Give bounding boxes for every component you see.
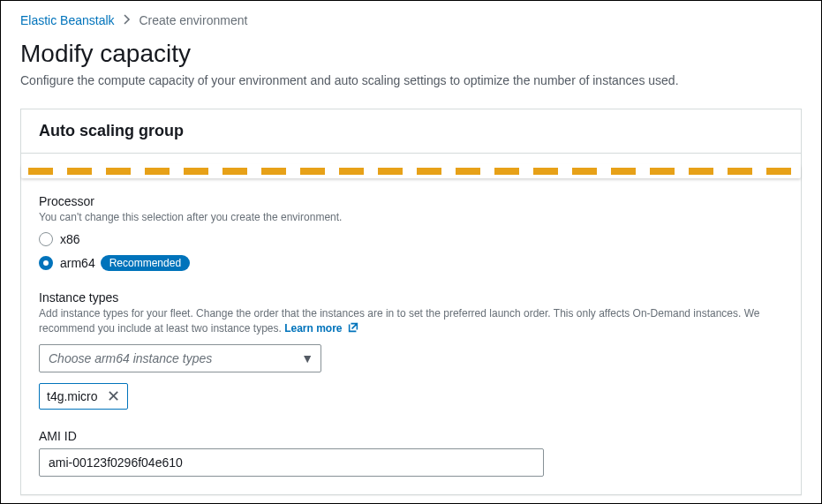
radio-icon-selected [39, 256, 53, 270]
learn-more-link[interactable]: Learn more [284, 322, 342, 335]
radio-icon [39, 232, 53, 246]
instance-types-hint: Add instance types for your fleet. Chang… [39, 306, 783, 338]
ami-id-field: AMI ID [39, 429, 783, 477]
select-placeholder: Choose arm64 instance types [49, 351, 212, 365]
ami-id-input[interactable] [39, 448, 544, 477]
token-label: t4g.micro [47, 389, 98, 403]
instance-types-label: Instance types [39, 290, 783, 305]
external-link-icon [347, 321, 359, 338]
breadcrumb-current: Create environment [139, 13, 247, 27]
ami-id-label: AMI ID [39, 429, 783, 443]
collapsed-divider [21, 164, 801, 178]
close-icon[interactable]: ✕ [107, 390, 120, 402]
page-description: Configure the compute capacity of your e… [20, 73, 802, 87]
processor-hint: You can't change this selection after yo… [39, 210, 783, 225]
recommended-badge: Recommended [101, 255, 190, 271]
chevron-right-icon [124, 13, 131, 27]
page-title: Modify capacity [20, 40, 802, 68]
panel-title: Auto scaling group [39, 122, 783, 140]
auto-scaling-panel: Auto scaling group Processor You can't c… [20, 109, 802, 495]
processor-radio-x86[interactable]: x86 [39, 232, 783, 246]
radio-label-x86: x86 [60, 232, 80, 246]
instance-types-hint-text: Add instance types for your fleet. Chang… [39, 307, 759, 335]
processor-label: Processor [39, 194, 783, 208]
radio-label-arm64: arm64 [60, 256, 95, 270]
instance-types-select[interactable]: Choose arm64 instance types ▼ [39, 344, 321, 372]
instance-types-field: Instance types Add instance types for yo… [39, 290, 783, 410]
instance-type-token: t4g.micro ✕ [39, 383, 128, 410]
breadcrumb: Elastic Beanstalk Create environment [20, 13, 802, 27]
panel-header: Auto scaling group [21, 109, 801, 154]
processor-radio-arm64[interactable]: arm64 Recommended [39, 255, 783, 271]
processor-field: Processor You can't change this selectio… [39, 194, 783, 271]
caret-down-icon: ▼ [301, 351, 313, 365]
breadcrumb-root-link[interactable]: Elastic Beanstalk [20, 13, 115, 27]
